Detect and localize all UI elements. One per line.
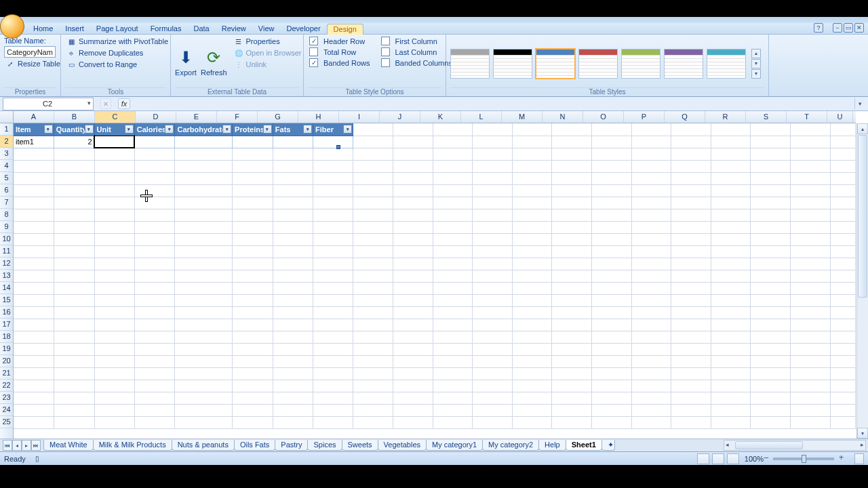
cell[interactable]: [94, 319, 134, 331]
cell[interactable]: [473, 355, 513, 367]
cell[interactable]: [631, 306, 671, 319]
cell[interactable]: [393, 282, 433, 294]
cell[interactable]: [54, 172, 94, 184]
cell[interactable]: [175, 184, 233, 197]
cell[interactable]: [273, 270, 313, 282]
column-header[interactable]: A: [14, 111, 54, 123]
column-header[interactable]: G: [258, 111, 298, 123]
cell[interactable]: [751, 258, 791, 270]
tab-last-button[interactable]: ⏭: [31, 440, 41, 451]
cell[interactable]: [512, 306, 552, 319]
sheet-tab[interactable]: Vegetables: [378, 440, 427, 451]
cell[interactable]: [233, 404, 273, 416]
cell[interactable]: [175, 197, 233, 209]
cell[interactable]: [671, 404, 711, 416]
cell[interactable]: Proteins▾: [233, 123, 273, 136]
cell[interactable]: [592, 172, 632, 184]
cell[interactable]: [473, 209, 513, 221]
view-break-button[interactable]: [727, 453, 739, 464]
cell[interactable]: [14, 294, 54, 306]
cell[interactable]: [711, 306, 751, 319]
cell[interactable]: [512, 404, 552, 416]
cell[interactable]: [592, 282, 632, 294]
macro-record-icon[interactable]: ▯: [33, 454, 42, 464]
cell[interactable]: [134, 367, 175, 380]
cell[interactable]: [94, 306, 134, 319]
insert-function-button[interactable]: fx: [118, 98, 130, 109]
cell[interactable]: [512, 355, 552, 367]
row-header[interactable]: 7: [0, 197, 13, 209]
cell[interactable]: [175, 270, 233, 282]
cell[interactable]: [433, 306, 473, 319]
convert-to-range-button[interactable]: ▭ Convert to Range: [65, 59, 170, 70]
row-header[interactable]: 5: [0, 172, 13, 184]
cell[interactable]: [14, 209, 54, 221]
cell[interactable]: [711, 282, 751, 294]
cell[interactable]: [54, 294, 94, 306]
cell[interactable]: [94, 245, 134, 258]
cell[interactable]: Fats▾: [273, 123, 313, 136]
column-header[interactable]: B: [54, 111, 95, 123]
cell[interactable]: [830, 306, 855, 319]
cell[interactable]: [134, 331, 175, 343]
cell[interactable]: [393, 172, 433, 184]
cell[interactable]: [393, 404, 433, 416]
cell[interactable]: [353, 258, 393, 270]
sheet-tab[interactable]: Sheet1: [566, 440, 602, 451]
cell[interactable]: [592, 184, 632, 197]
cell[interactable]: [631, 258, 671, 270]
sheet-tab[interactable]: Nuts & peanuts: [172, 440, 235, 451]
cell[interactable]: [353, 209, 393, 221]
cell[interactable]: [751, 148, 791, 160]
cell[interactable]: [830, 184, 855, 197]
expand-formulabar-button[interactable]: ▾: [854, 98, 865, 109]
cell[interactable]: [592, 367, 632, 380]
cell[interactable]: [631, 367, 671, 380]
cell[interactable]: [473, 306, 513, 319]
cell[interactable]: [671, 184, 711, 197]
row-header[interactable]: 9: [0, 221, 13, 233]
cell[interactable]: [751, 282, 791, 294]
cell[interactable]: [175, 209, 233, 221]
cell[interactable]: [433, 148, 473, 160]
cell[interactable]: Fiber▾: [313, 123, 353, 136]
cell[interactable]: [512, 282, 552, 294]
cell[interactable]: [94, 258, 134, 270]
cell[interactable]: [134, 392, 175, 404]
cell[interactable]: Carbohydrates▾: [175, 123, 233, 136]
cell[interactable]: Calories▾: [134, 123, 175, 136]
cell[interactable]: [631, 404, 671, 416]
cell[interactable]: [433, 367, 473, 380]
cell[interactable]: [134, 319, 175, 331]
row-header[interactable]: 19: [0, 343, 13, 355]
cell[interactable]: [552, 355, 592, 367]
cell[interactable]: [552, 245, 592, 258]
cell[interactable]: [273, 184, 313, 197]
cell[interactable]: [512, 160, 552, 172]
cell[interactable]: [433, 294, 473, 306]
cell[interactable]: [313, 270, 353, 282]
cell[interactable]: [353, 380, 393, 392]
cell[interactable]: [751, 123, 791, 136]
cell[interactable]: [791, 343, 831, 355]
cell[interactable]: [671, 306, 711, 319]
filter-dropdown-icon[interactable]: ▾: [343, 125, 352, 134]
row-header[interactable]: 2: [0, 136, 13, 148]
cell[interactable]: [433, 172, 473, 184]
row-header[interactable]: 17: [0, 319, 13, 331]
cell[interactable]: [433, 270, 473, 282]
cell[interactable]: [353, 123, 393, 136]
cell[interactable]: [433, 184, 473, 197]
cell[interactable]: [631, 392, 671, 404]
cell[interactable]: [671, 270, 711, 282]
cell[interactable]: [54, 197, 94, 209]
cell[interactable]: [94, 136, 134, 148]
table-style-thumb[interactable]: [493, 49, 532, 79]
banded-rows-checkbox[interactable]: ✓Banded Rows: [308, 58, 372, 68]
cell[interactable]: [631, 197, 671, 209]
cell[interactable]: [233, 184, 273, 197]
row-header[interactable]: 14: [0, 282, 13, 294]
cell[interactable]: [393, 343, 433, 355]
cell[interactable]: [233, 209, 273, 221]
cell[interactable]: [353, 245, 393, 258]
